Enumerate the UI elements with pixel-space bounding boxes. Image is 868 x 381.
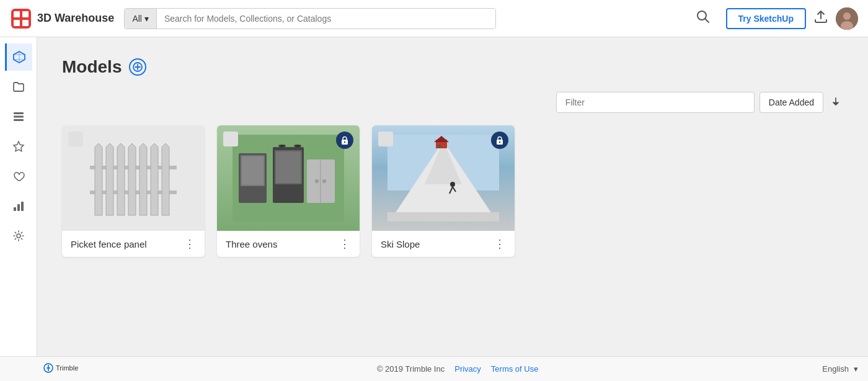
thumbnail-ski-slope[interactable] [372, 125, 515, 231]
model-card-picket-fence: Picket fence panel ⋮ [62, 125, 205, 257]
model-card-footer-picket-fence: Picket fence panel ⋮ [62, 231, 205, 257]
trimble-logo: Trimble [43, 362, 93, 374]
model-card-footer-ski-slope: Ski Slope ⋮ [372, 231, 515, 257]
logo-icon [10, 7, 32, 30]
svg-rect-11 [14, 116, 24, 118]
page-title: Models [62, 57, 122, 77]
search-area: All ▾ [124, 8, 496, 29]
sidebar-item-likes[interactable] [5, 163, 32, 190]
svg-point-31 [278, 145, 286, 147]
sidebar-item-stars[interactable] [5, 133, 32, 160]
model-menu-button-ski-slope[interactable]: ⋮ [494, 238, 506, 249]
svg-rect-13 [14, 207, 16, 211]
svg-point-16 [17, 234, 20, 238]
svg-point-8 [843, 12, 851, 20]
footer-right: English ▾ [822, 364, 858, 374]
try-sketchup-button[interactable]: Try SketchUp [726, 8, 806, 29]
logo-area: 3D Warehouse [10, 7, 114, 30]
ovens-svg [232, 135, 344, 222]
svg-point-35 [315, 179, 319, 183]
header: 3D Warehouse All ▾ Try SketchUp [0, 0, 868, 37]
lock-badge-ski [491, 132, 508, 149]
date-added-button[interactable]: Date Added [760, 92, 823, 113]
fence-svg [84, 135, 183, 222]
svg-rect-12 [14, 119, 24, 121]
sidebar [0, 37, 37, 356]
svg-point-32 [294, 145, 301, 147]
avatar[interactable] [836, 7, 858, 30]
main-content: Models Date Added [37, 37, 868, 356]
filter-input[interactable] [556, 92, 755, 113]
svg-rect-27 [242, 156, 264, 185]
privacy-link[interactable]: Privacy [454, 364, 481, 374]
language-label: English [822, 364, 849, 374]
model-name-picket-fence: Picket fence panel [71, 239, 147, 249]
logo-text: 3D Warehouse [37, 12, 114, 25]
sidebar-item-analytics[interactable] [5, 192, 32, 220]
models-header: Models [62, 57, 843, 77]
lock-badge-ovens [336, 132, 353, 149]
copyright-text: © 2019 Trimble Inc [377, 364, 445, 374]
model-menu-button-picket-fence[interactable]: ⋮ [184, 238, 196, 249]
chevron-down-icon: ▾ [854, 364, 858, 374]
svg-rect-15 [21, 202, 24, 211]
svg-point-45 [450, 182, 455, 187]
svg-point-38 [499, 141, 500, 143]
thumbnail-picket-fence[interactable] [62, 125, 205, 231]
search-filter-button[interactable]: All ▾ [125, 9, 157, 29]
svg-rect-30 [276, 151, 301, 183]
upload-button[interactable] [813, 9, 828, 28]
search-filter-label: All [132, 14, 142, 24]
filter-bar: Date Added [62, 92, 843, 113]
thumbnail-corner-ski [378, 132, 393, 146]
svg-rect-14 [17, 204, 20, 211]
svg-point-23 [344, 141, 345, 143]
model-card-ski-slope: Ski Slope ⋮ [372, 125, 515, 257]
svg-point-36 [322, 179, 326, 183]
svg-rect-4 [22, 20, 29, 26]
model-card-three-ovens: Three ovens ⋮ [217, 125, 360, 257]
sidebar-item-models[interactable] [5, 43, 32, 71]
svg-rect-10 [14, 112, 24, 114]
svg-rect-44 [438, 145, 441, 148]
svg-rect-2 [22, 11, 29, 17]
footer-center: © 2019 Trimble Inc Privacy Terms of Use [377, 364, 539, 374]
footer-logo: Trimble [43, 362, 93, 376]
footer: Trimble © 2019 Trimble Inc Privacy Terms… [0, 356, 868, 381]
svg-line-6 [705, 19, 709, 23]
svg-rect-3 [14, 20, 20, 26]
model-menu-button-three-ovens[interactable]: ⋮ [339, 238, 351, 249]
search-button[interactable] [688, 5, 719, 32]
model-card-footer-three-ovens: Three ovens ⋮ [217, 231, 360, 257]
model-name-three-ovens: Three ovens [226, 239, 277, 249]
sidebar-item-stack[interactable] [5, 103, 32, 130]
svg-rect-48 [388, 212, 499, 222]
sidebar-item-collections[interactable] [5, 73, 32, 101]
sort-direction-button[interactable] [828, 94, 843, 112]
chevron-down-icon: ▾ [144, 14, 149, 24]
svg-text:Trimble: Trimble [56, 364, 78, 372]
thumbnail-corner-ovens [223, 132, 238, 146]
ski-svg [388, 135, 499, 222]
models-grid: Picket fence panel ⋮ [62, 125, 843, 257]
thumbnail-three-ovens[interactable] [217, 125, 360, 231]
thumbnail-corner [68, 132, 83, 146]
search-input[interactable] [157, 9, 495, 29]
sidebar-item-settings[interactable] [5, 222, 32, 249]
header-actions: Try SketchUp [688, 5, 858, 32]
svg-rect-1 [14, 11, 20, 17]
model-name-ski-slope: Ski Slope [381, 239, 420, 249]
terms-link[interactable]: Terms of Use [491, 364, 539, 374]
add-model-button[interactable] [129, 58, 146, 76]
